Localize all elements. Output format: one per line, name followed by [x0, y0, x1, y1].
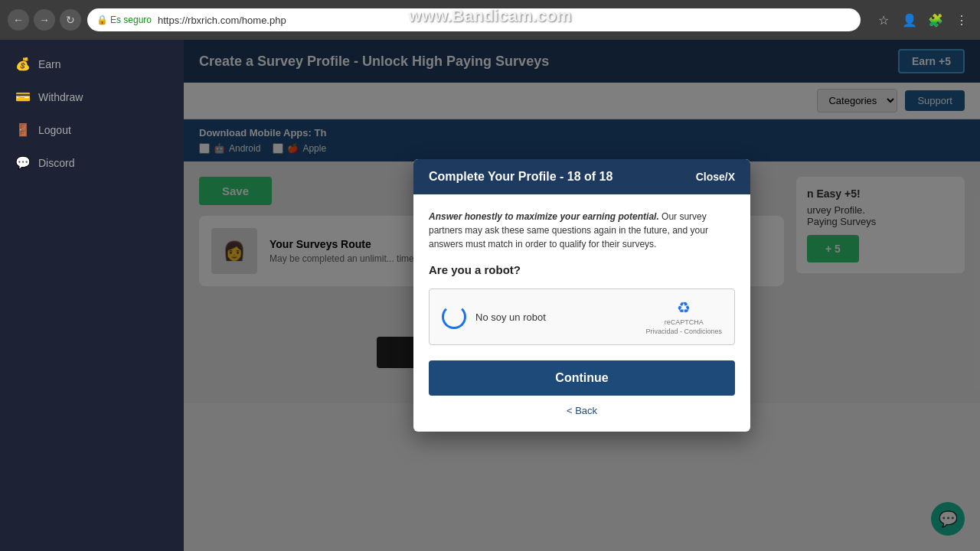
sidebar-item-logout-label: Logout: [38, 124, 71, 136]
recaptcha-text: No soy un robot: [475, 311, 546, 323]
browser-chrome: ← → ↻ 🔒 Es seguro https://rbxrich.com/ho…: [0, 0, 980, 40]
modal-body: Answer honestly to maximize your earning…: [413, 194, 750, 432]
bookmark-button[interactable]: ☆: [873, 9, 894, 31]
sidebar-item-earn[interactable]: 💰 Earn: [0, 47, 184, 80]
profile-modal: Complete Your Profile - 18 of 18 Close/X…: [413, 159, 750, 432]
logout-icon: 🚪: [15, 122, 31, 137]
browser-icons: ☆ 👤 🧩 ⋮: [873, 9, 972, 31]
discord-icon: 💬: [15, 155, 31, 170]
address-bar[interactable]: 🔒 Es seguro https://rbxrich.com/home.php: [87, 8, 861, 31]
recaptcha-right: ♻ reCAPTCHA Privacidad - Condiciones: [645, 298, 722, 335]
modal-notice-bold: Answer honestly to maximize your earning…: [429, 211, 659, 222]
recaptcha-label: reCAPTCHA: [665, 318, 704, 326]
modal-header: Complete Your Profile - 18 of 18 Close/X: [413, 159, 750, 194]
withdraw-icon: 💳: [15, 90, 31, 104]
secure-badge: 🔒 Es seguro: [96, 15, 152, 25]
lock-icon: 🔒: [96, 15, 108, 25]
profile-button[interactable]: 👤: [899, 9, 920, 31]
sidebar-item-logout[interactable]: 🚪 Logout: [0, 113, 184, 146]
main-content: Create a Survey Profile - Unlock High Pa…: [184, 40, 980, 551]
extensions-button[interactable]: 🧩: [925, 9, 946, 31]
recaptcha-box[interactable]: No soy un robot ♻ reCAPTCHA Privacidad -…: [429, 289, 735, 345]
modal-question: Are you a robot?: [429, 263, 735, 276]
sidebar-item-discord[interactable]: 💬 Discord: [0, 146, 184, 179]
recaptcha-links: Privacidad - Condiciones: [645, 328, 722, 335]
recaptcha-terms: Condiciones: [684, 328, 722, 335]
earn-icon: 💰: [15, 57, 31, 71]
recaptcha-logo-icon: ♻: [677, 298, 691, 317]
sidebar-item-withdraw[interactable]: 💳 Withdraw: [0, 80, 184, 113]
recaptcha-privacy: Privacidad: [645, 328, 678, 335]
menu-button[interactable]: ⋮: [951, 9, 972, 31]
recaptcha-left: No soy un robot: [442, 305, 546, 329]
modal-title: Complete Your Profile - 18 of 18: [429, 170, 612, 184]
continue-button[interactable]: Continue: [429, 360, 735, 396]
recaptcha-spinner: [442, 305, 466, 329]
sidebar-item-withdraw-label: Withdraw: [38, 91, 83, 103]
reload-button[interactable]: ↻: [60, 9, 81, 31]
secure-label: Es seguro: [110, 15, 152, 25]
sidebar-item-earn-label: Earn: [38, 58, 61, 70]
back-link[interactable]: < Back: [429, 405, 735, 416]
sidebar: 💰 Earn 💳 Withdraw 🚪 Logout 💬 Discord: [0, 40, 184, 551]
app-container: 💰 Earn 💳 Withdraw 🚪 Logout 💬 Discord Cre…: [0, 40, 980, 551]
modal-notice: Answer honestly to maximize your earning…: [429, 210, 735, 251]
modal-close-button[interactable]: Close/X: [696, 171, 735, 183]
forward-button[interactable]: →: [34, 9, 55, 31]
browser-bar: ← → ↻ 🔒 Es seguro https://rbxrich.com/ho…: [0, 0, 980, 40]
sidebar-item-discord-label: Discord: [38, 157, 74, 169]
modal-overlay: Complete Your Profile - 18 of 18 Close/X…: [184, 40, 980, 551]
back-button[interactable]: ←: [8, 9, 29, 31]
browser-controls: ← → ↻: [8, 9, 81, 31]
url-text: https://rbxrich.com/home.php: [158, 15, 286, 26]
